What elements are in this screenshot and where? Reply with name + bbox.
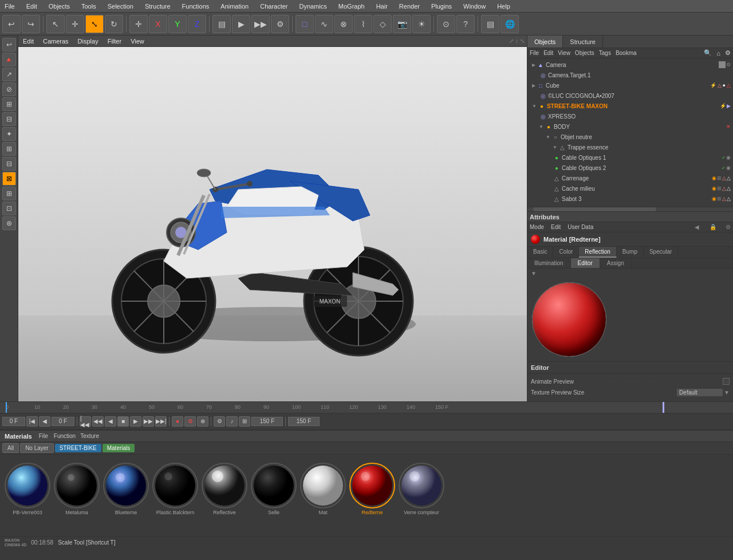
menu-plugins[interactable]: Plugins: [429, 3, 454, 10]
undo-button[interactable]: ↩: [2, 15, 21, 33]
object-button[interactable]: ✛: [129, 15, 148, 33]
material-item-plastic-black[interactable]: Plastic Balcktern: [152, 463, 198, 515]
menu-dynamics[interactable]: Dynamics: [297, 3, 329, 10]
obj-menu-file[interactable]: File: [530, 50, 539, 56]
tree-item-sabot[interactable]: △ Sabot 3 ◉ ⊞ △ △: [527, 194, 733, 204]
obj-config-icon[interactable]: ⚙: [725, 49, 731, 57]
menu-character[interactable]: Character: [258, 3, 290, 10]
left-tool-7[interactable]: ⊞: [2, 142, 16, 156]
obj-menu-tags[interactable]: Tags: [599, 50, 611, 56]
x-axis-button[interactable]: X: [149, 15, 167, 33]
scale-button[interactable]: ⤡: [85, 15, 104, 33]
attr-menu-mode[interactable]: Mode: [530, 224, 544, 230]
attr-config-icon[interactable]: ⚙: [726, 224, 731, 230]
left-tool-8[interactable]: ⊟: [2, 157, 16, 171]
tree-item-objet-neutre[interactable]: ▼ ○ Objet neutre: [527, 132, 733, 142]
select-button[interactable]: ↖: [46, 15, 65, 33]
tc-extra1[interactable]: ⚙: [214, 416, 225, 427]
obj-menu-edit[interactable]: Edit: [543, 50, 553, 56]
render-view-button[interactable]: ▶: [232, 15, 250, 33]
vp-menu-view[interactable]: View: [128, 38, 147, 45]
stop-btn[interactable]: ■: [117, 416, 129, 427]
current-frame-field[interactable]: [2, 417, 25, 426]
obj-home-icon[interactable]: ⌂: [716, 50, 720, 57]
max-frame-field[interactable]: [288, 417, 320, 426]
material-item-reflective[interactable]: Reflective: [202, 463, 247, 515]
vp-expand-arrows[interactable]: ⤢ ↕ ⤡: [509, 38, 525, 44]
tree-item-copyright[interactable]: ◎ ©LUC CICOGNOLA•2007: [527, 90, 733, 101]
redo-button[interactable]: ↪: [22, 15, 40, 33]
tree-item-camera-target[interactable]: ◎ Camera.Target.1: [527, 70, 733, 80]
menu-objects[interactable]: Objects: [46, 3, 72, 10]
tree-item-streetbike[interactable]: ▼ ● STREET-BIKE MAXON ⚡ ▶: [527, 101, 733, 111]
mat-subtab-assign[interactable]: Assign: [600, 258, 632, 268]
tree-item-camera[interactable]: ▶ ▲ Camera ⚙: [527, 60, 733, 70]
go-end-btn[interactable]: ▶▶|: [155, 416, 167, 427]
menu-render[interactable]: Render: [397, 3, 422, 10]
material-item-pbverre003[interactable]: PB-Verre003: [5, 463, 50, 515]
left-tool-9[interactable]: ⊠: [2, 172, 16, 186]
material-item-redterne[interactable]: Redterne: [349, 463, 395, 515]
deform-button[interactable]: ⌇: [354, 15, 372, 33]
next-key-btn[interactable]: ▶▶: [143, 416, 154, 427]
vp-menu-display[interactable]: Display: [76, 38, 101, 45]
menu-animation[interactable]: Animation: [218, 3, 251, 10]
mat-tab-color[interactable]: Color: [553, 247, 579, 258]
left-tool-5[interactable]: ⊟: [2, 112, 16, 126]
go-start-btn[interactable]: |◀◀: [80, 416, 91, 427]
render-all-button[interactable]: ▶▶: [251, 15, 270, 33]
prev-frame-btn[interactable]: ◀: [39, 416, 50, 427]
mat-tab-specular[interactable]: Specular: [644, 247, 678, 258]
mat-hdr-texture[interactable]: Texture: [80, 433, 99, 439]
left-tool-0[interactable]: ↩: [2, 38, 16, 52]
mat-subtab-editor[interactable]: Editor: [571, 258, 600, 268]
move-button[interactable]: ✛: [66, 15, 84, 33]
attr-nav-left[interactable]: ◀: [695, 224, 699, 230]
obj-menu-view[interactable]: View: [558, 50, 570, 56]
camera-tool-button[interactable]: 📷: [393, 15, 411, 33]
tab-objects[interactable]: Objects: [527, 36, 563, 48]
mat-hdr-function[interactable]: Function: [54, 433, 76, 439]
env-button[interactable]: ◇: [373, 15, 392, 33]
calc-button[interactable]: ▤: [481, 15, 499, 33]
vp-menu-filter[interactable]: Filter: [105, 38, 124, 45]
auto-key-btn[interactable]: ⚙: [184, 416, 196, 427]
left-tool-6[interactable]: ✦: [2, 127, 16, 141]
tex-preview-size-dropdown[interactable]: Default: [677, 389, 723, 396]
mat-hdr-file[interactable]: File: [39, 433, 48, 439]
mat-subtab-illumination[interactable]: Illumination: [527, 258, 571, 268]
cube-prim-button[interactable]: □: [295, 15, 314, 33]
start-frame-field[interactable]: [52, 417, 74, 426]
obj-search-icon[interactable]: 🔍: [704, 49, 712, 57]
tree-item-cable1[interactable]: ● Cable Optiques 1 ✓ ◉: [527, 152, 733, 163]
vp-menu-edit[interactable]: Edit: [21, 38, 36, 45]
material-item-verre-compteur[interactable]: Verre compteur: [399, 463, 444, 515]
filter-streetbike[interactable]: STREET-BIKE: [55, 444, 101, 452]
left-tool-11[interactable]: ⊡: [2, 202, 16, 215]
tree-item-body[interactable]: ▼ ● BODY ✕: [527, 121, 733, 132]
obj-menu-bookma[interactable]: Bookma: [616, 50, 637, 56]
left-tool-2[interactable]: ↗: [2, 68, 16, 81]
rotate-button[interactable]: ↻: [105, 15, 123, 33]
prev-key-btn[interactable]: ◀◀: [92, 416, 104, 427]
tc-extra3[interactable]: ⊞: [239, 416, 250, 427]
key-sel-btn[interactable]: ⊕: [197, 416, 208, 427]
y-axis-button[interactable]: Y: [168, 15, 187, 33]
left-tool-4[interactable]: ⊞: [2, 97, 16, 111]
h-scroll-thumb[interactable]: [533, 207, 656, 211]
light-button[interactable]: ☀: [412, 15, 431, 33]
filter-all[interactable]: All: [2, 443, 19, 453]
menu-edit[interactable]: Edit: [24, 3, 40, 10]
mat-tab-reflection[interactable]: Reflection: [579, 247, 616, 258]
tree-item-carrenage[interactable]: △ Carrenage ◉ ⊞ △ △: [527, 173, 733, 183]
mat-tab-bump[interactable]: Bump: [617, 247, 644, 258]
tree-item-cable2[interactable]: ● Cable Optiques 2 ✓ ◉: [527, 163, 733, 173]
render-settings-button[interactable]: ⚙: [271, 15, 289, 33]
menu-mograph[interactable]: MoGraph: [336, 3, 367, 10]
dropdown-arrow-icon[interactable]: ▼: [724, 389, 730, 396]
menu-structure[interactable]: Structure: [143, 3, 173, 10]
vp-menu-cameras[interactable]: Cameras: [41, 38, 71, 45]
left-tool-12[interactable]: ⊛: [2, 216, 16, 230]
z-axis-button[interactable]: Z: [188, 15, 206, 33]
nurbs-button[interactable]: ⊗: [334, 15, 353, 33]
